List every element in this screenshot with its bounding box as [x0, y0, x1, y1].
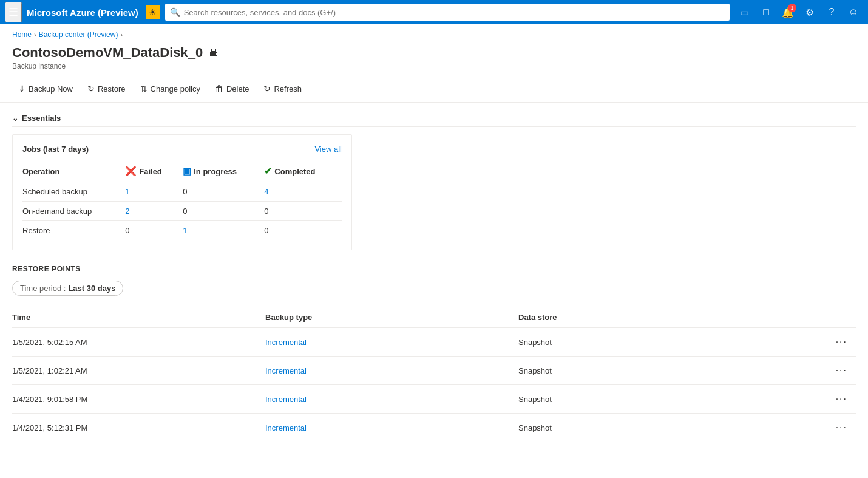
essentials-toggle[interactable]: ⌄ Essentials [12, 110, 856, 127]
restore-label: Restore [98, 84, 126, 94]
rp-backup-type[interactable]: Incremental [265, 327, 518, 357]
jobs-row: Restore010 [22, 221, 342, 241]
search-bar[interactable]: 🔍 [165, 4, 730, 21]
rp-data-store: Snapshot [518, 414, 771, 442]
restore-points-title: RESTORE POINTS [12, 265, 856, 273]
jobs-failed-link[interactable]: 1 [125, 187, 129, 196]
restore-point-row: 1/5/2021, 1:02:21 AMIncrementalSnapshot·… [12, 357, 856, 385]
restore-point-row: 1/4/2021, 5:12:31 PMIncrementalSnapshot·… [12, 414, 856, 442]
topbar: ☰ Microsoft Azure (Preview) ☀ 🔍 ▭ □ 🔔 1 … [0, 0, 868, 24]
rp-time: 1/5/2021, 1:02:21 AM [12, 357, 265, 385]
profile-button[interactable]: ☺ [844, 2, 863, 22]
rp-type-link[interactable]: Incremental [265, 423, 307, 432]
col-operation: Operation [22, 162, 125, 182]
backup-now-button[interactable]: ⇓ Backup Now [12, 80, 79, 97]
rp-ellipsis-button[interactable]: ··· [832, 335, 851, 349]
time-period-filter[interactable]: Time period : Last 30 days [12, 281, 123, 296]
rp-type-link[interactable]: Incremental [265, 338, 307, 347]
restore-point-row: 1/4/2021, 9:01:58 PMIncrementalSnapshot·… [12, 385, 856, 414]
print-icon[interactable]: 🖶 [209, 47, 219, 58]
breadcrumb-backup-center[interactable]: Backup center (Preview) [39, 30, 118, 39]
col-inprogress: ▣ In progress [183, 162, 264, 182]
rp-data-store: Snapshot [518, 385, 771, 414]
rp-type-link[interactable]: Incremental [265, 366, 307, 375]
jobs-title: Jobs (last 7 days) [22, 145, 89, 154]
delete-label: Delete [226, 84, 249, 94]
rp-time: 1/4/2021, 5:12:31 PM [12, 414, 265, 442]
jobs-table: Operation ❌ Failed ▣ In progress [22, 162, 342, 240]
change-policy-icon: ⇅ [140, 84, 147, 94]
terminal-button[interactable]: ▭ [734, 2, 754, 22]
jobs-completed: 0 [264, 202, 342, 221]
rp-ellipsis-button[interactable]: ··· [832, 421, 851, 434]
jobs-failed: 0 [125, 221, 183, 241]
rp-time: 1/5/2021, 5:02:15 AM [12, 327, 265, 357]
restore-point-row: 1/5/2021, 5:02:15 AMIncrementalSnapshot·… [12, 327, 856, 357]
jobs-failed[interactable]: 2 [125, 202, 183, 221]
rp-col-type: Backup type [265, 308, 518, 327]
topbar-actions: ▭ □ 🔔 1 ⚙ ? ☺ [734, 2, 863, 22]
toolbar: ⇓ Backup Now ↻ Restore ⇅ Change policy 🗑… [0, 75, 868, 103]
refresh-button[interactable]: ↻ Refresh [257, 80, 308, 97]
rp-ellipsis-button[interactable]: ··· [832, 392, 851, 406]
backup-now-label: Backup Now [29, 84, 73, 94]
jobs-inprogress-link[interactable]: 1 [183, 226, 187, 235]
page-title: ContosoDemoVM_DataDisk_0 [12, 45, 203, 61]
rp-type-link[interactable]: Incremental [265, 395, 307, 404]
restore-icon: ↻ [87, 84, 95, 94]
jobs-row: Scheduled backup104 [22, 182, 342, 202]
delete-button[interactable]: 🗑 Delete [209, 80, 256, 97]
jobs-completed-link[interactable]: 4 [264, 187, 268, 196]
jobs-operation: Restore [22, 221, 125, 241]
notifications-button[interactable]: 🔔 1 [778, 2, 798, 22]
jobs-inprogress: 0 [183, 202, 264, 221]
notification-count: 1 [788, 4, 796, 12]
jobs-card: Jobs (last 7 days) View all Operation ❌ … [12, 134, 352, 250]
jobs-header: Jobs (last 7 days) View all [22, 145, 342, 154]
refresh-label: Refresh [274, 84, 302, 94]
page-subtitle: Backup instance [12, 62, 856, 70]
restore-button[interactable]: ↻ Restore [81, 80, 132, 97]
jobs-failed[interactable]: 1 [125, 182, 183, 202]
jobs-operation: Scheduled backup [22, 182, 125, 202]
refresh-icon: ↻ [263, 84, 271, 94]
rp-data-store: Snapshot [518, 357, 771, 385]
rp-row-actions: ··· [771, 357, 856, 385]
search-input[interactable] [184, 8, 725, 17]
rp-time: 1/4/2021, 9:01:58 PM [12, 385, 265, 414]
breadcrumb: Home › Backup center (Preview) › [0, 24, 868, 43]
inprogress-status-icon: ▣ [183, 166, 191, 177]
feedback-button[interactable]: □ [756, 2, 776, 22]
jobs-failed-link[interactable]: 2 [125, 207, 129, 216]
essentials-chevron-icon: ⌄ [12, 114, 18, 123]
completed-status-icon: ✔ [264, 166, 272, 177]
jobs-row: On-demand backup200 [22, 202, 342, 221]
hamburger-menu-button[interactable]: ☰ [5, 2, 22, 22]
time-period-label: Time period : [20, 284, 66, 293]
jobs-inprogress: 1 [183, 221, 264, 241]
rp-row-actions: ··· [771, 327, 856, 357]
breadcrumb-sep-1: › [34, 31, 36, 38]
jobs-completed: 0 [264, 221, 342, 241]
rp-ellipsis-button[interactable]: ··· [832, 364, 851, 377]
change-policy-button[interactable]: ⇅ Change policy [134, 80, 206, 97]
help-button[interactable]: ? [822, 2, 841, 22]
jobs-inprogress: 0 [183, 182, 264, 202]
content-area: ⌄ Essentials Jobs (last 7 days) View all… [0, 103, 868, 449]
rp-col-time: Time [12, 308, 265, 327]
backup-now-icon: ⇓ [18, 84, 25, 94]
rp-backup-type[interactable]: Incremental [265, 357, 518, 385]
delete-icon: 🗑 [215, 84, 223, 94]
time-period-value: Last 30 days [68, 284, 115, 293]
settings-button[interactable]: ⚙ [800, 2, 819, 22]
rp-backup-type[interactable]: Incremental [265, 414, 518, 442]
rp-backup-type[interactable]: Incremental [265, 385, 518, 414]
app-title: Microsoft Azure (Preview) [27, 7, 138, 18]
view-all-link[interactable]: View all [314, 145, 342, 154]
breadcrumb-home[interactable]: Home [12, 30, 32, 39]
essentials-label: Essentials [22, 114, 61, 123]
jobs-completed: 4 [264, 182, 342, 202]
rp-data-store: Snapshot [518, 327, 771, 357]
page-header: ContosoDemoVM_DataDisk_0 🖶 Backup instan… [0, 43, 868, 75]
azure-icon: ☀ [146, 5, 160, 19]
